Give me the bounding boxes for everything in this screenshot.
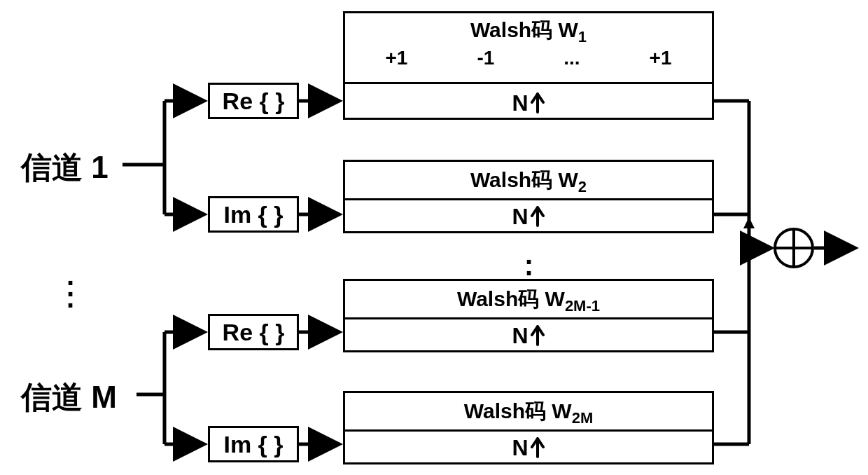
walsh-divider-w1 [345,82,712,84]
vdots-walsh: ... [525,249,533,282]
channel-m-label: 信道 M [21,377,117,418]
walsh-divider-w2m1 [345,317,712,319]
walsh-n-w2: N [345,201,712,232]
walsh-n-w2m1: N [345,320,712,351]
re-box-ch1: Re { } [208,83,299,119]
re-box-chm: Re { } [208,314,299,350]
walsh-divider-w2m [345,429,712,432]
walsh-block-w2m1: Walsh码 W2M-1 N [343,279,714,352]
up-arrow-icon [530,437,545,458]
up-arrow-icon [530,325,545,346]
walsh-block-w1: Walsh码 W1 +1 -1 ... +1 N [343,11,714,120]
up-arrow-icon [530,206,545,227]
walsh-block-w2m: Walsh码 W2M N [343,391,714,464]
walsh-title-w2: Walsh码 W2 [345,166,712,196]
im-box-ch1: Im { } [208,196,299,233]
im-box-chm: Im { } [208,426,299,462]
walsh-n-w2m: N [345,432,712,463]
walsh-title-w2m: Walsh码 W2M [345,397,712,427]
channel-1-label: 信道 1 [21,147,108,188]
walsh-title-w1: Walsh码 W1 [345,16,712,46]
walsh-n-w1: N [345,88,712,118]
sum-node [774,228,814,268]
walsh-block-w2: Walsh码 W2 N [343,160,714,233]
walsh-title-w2m1: Walsh码 W2M-1 [345,285,712,315]
svg-marker-18 [743,217,755,228]
walsh-chips-row: +1 -1 ... +1 [345,47,712,69]
vdots-channels: ... [66,270,74,303]
walsh-divider-w2 [345,198,712,200]
up-arrow-icon [530,92,545,113]
